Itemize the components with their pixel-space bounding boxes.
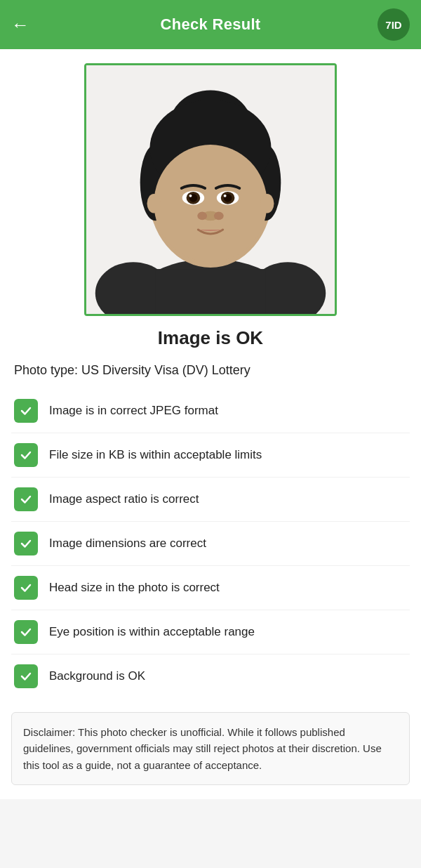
check-icon <box>14 620 38 644</box>
check-text: Head size in the photo is correct <box>49 581 220 595</box>
check-text: File size in KB is within acceptable lim… <box>49 448 262 462</box>
check-icon <box>14 399 38 423</box>
app-logo: 7ID <box>377 8 410 41</box>
check-text: Eye position is within acceptable range <box>49 625 255 639</box>
app-header: ← Check Result 7ID <box>0 0 421 49</box>
check-text: Background is OK <box>49 669 145 683</box>
svg-point-11 <box>154 145 267 262</box>
check-item: Image is in correct JPEG format <box>11 389 410 433</box>
svg-point-19 <box>224 195 227 197</box>
photo-type-label: Photo type: US Diversity Visa (DV) Lotte… <box>11 363 410 378</box>
check-icon <box>14 576 38 600</box>
disclaimer-box: Disclaimer: This photo checker is unoffi… <box>11 712 410 785</box>
back-button[interactable]: ← <box>11 14 29 36</box>
svg-point-24 <box>260 194 274 213</box>
page-title: Check Result <box>161 15 261 34</box>
check-icon <box>14 487 38 511</box>
check-list: Image is in correct JPEG format File siz… <box>11 389 410 698</box>
check-item: File size in KB is within acceptable lim… <box>11 433 410 478</box>
check-icon <box>14 664 38 688</box>
disclaimer-text: Disclaimer: This photo checker is unoffi… <box>23 724 398 773</box>
check-icon <box>14 532 38 555</box>
svg-point-15 <box>189 195 192 197</box>
check-item: Image aspect ratio is correct <box>11 478 410 522</box>
check-text: Image is in correct JPEG format <box>49 404 218 418</box>
status-title: Image is OK <box>11 327 410 349</box>
svg-point-23 <box>147 194 161 213</box>
photo-frame <box>84 63 337 316</box>
check-icon <box>14 443 38 467</box>
svg-point-22 <box>214 211 224 220</box>
svg-point-21 <box>197 211 207 220</box>
check-text: Image dimensions are correct <box>49 537 206 551</box>
check-item: Eye position is within acceptable range <box>11 610 410 655</box>
check-text: Image aspect ratio is correct <box>49 492 199 506</box>
check-item: Background is OK <box>11 655 410 698</box>
main-content: Image is OK Photo type: US Diversity Vis… <box>0 49 421 799</box>
photo-container <box>11 63 410 316</box>
passport-photo <box>86 65 335 314</box>
check-item: Head size in the photo is correct <box>11 566 410 610</box>
check-item: Image dimensions are correct <box>11 522 410 566</box>
svg-rect-5 <box>155 269 265 314</box>
